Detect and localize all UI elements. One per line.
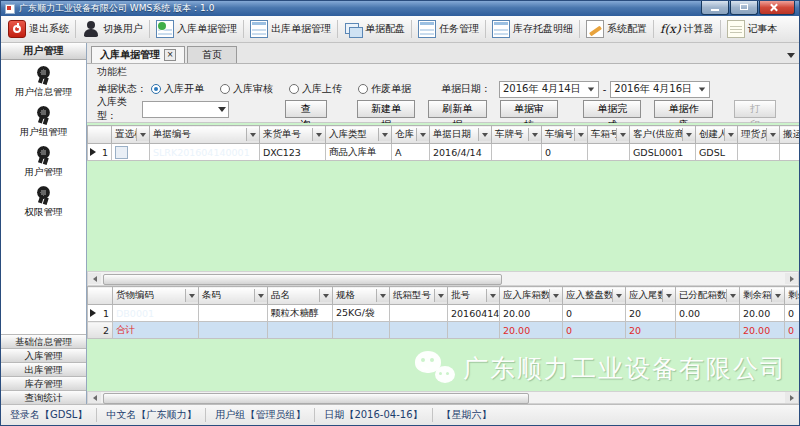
cell-full-pallets[interactable]: 0 [563,305,626,322]
sidebar-item-user-info[interactable]: 用户信息管理 [1,66,86,99]
cell-warehouse[interactable]: A [392,144,430,161]
cell-creator[interactable]: GDSL [696,144,738,161]
switch-user-button[interactable]: 切换用户 [77,17,148,41]
maximize-button[interactable] [730,1,758,15]
filter-dropdown-icon[interactable] [616,128,629,141]
filter-dropdown-icon[interactable] [528,128,541,141]
cell-tail-qty[interactable]: 20 [626,305,676,322]
doc-allocation-button[interactable]: 单据配盘 [339,17,410,41]
cell-arrival-no[interactable]: DXC123 [260,144,326,161]
exit-system-button[interactable]: 退出系统 [3,17,74,41]
sidebar-section-inbound[interactable]: 入库管理 [1,348,86,362]
cell-product-name[interactable]: 颗粒木糖醇 [268,305,333,322]
row-header[interactable]: 2 [88,322,113,339]
filter-dropdown-icon[interactable] [319,289,332,302]
col-checkbox[interactable]: 置选框 [112,126,150,144]
filter-dropdown-icon[interactable] [378,128,391,141]
calculator-button[interactable]: f(x) 计算器 [655,17,719,41]
filter-dropdown-icon[interactable] [724,128,737,141]
filter-dropdown-icon[interactable] [574,128,587,141]
col-doc-no[interactable]: 单据编号 [150,126,260,144]
cell-doc-no[interactable]: SLRK201604140001 [150,144,260,161]
filter-dropdown-icon[interactable] [612,289,625,302]
cell-checkbox[interactable] [112,144,150,161]
review-doc-button[interactable]: 单据审核 [500,100,558,118]
col-vehicle-no[interactable]: 车编号 [542,126,588,144]
close-button[interactable] [759,1,795,15]
sidebar-section-outbound[interactable]: 出库管理 [1,362,86,376]
sidebar-section-user-management[interactable]: 用户管理 [1,43,86,60]
cell-total-remain-boxes[interactable]: 20.00 [740,322,785,339]
filter-dropdown-icon[interactable] [486,289,499,302]
orders-grid-hscrollbar[interactable] [87,271,799,286]
cell-remain-boxes[interactable]: 20.00 [740,305,785,322]
cell-total-label[interactable]: 合计 [113,322,199,339]
sidebar-section-inventory[interactable]: 库存管理 [1,376,86,390]
complete-doc-button[interactable]: 单据完成 [583,100,641,118]
filter-dropdown-icon[interactable] [254,289,267,302]
print-button[interactable]: 打印 [734,100,776,118]
col-inbound-type[interactable]: 入库类型 [326,126,392,144]
filter-dropdown-icon[interactable] [312,128,325,141]
col-batch-no[interactable]: 批号 [448,287,500,305]
col-spec[interactable]: 规格 [333,287,390,305]
radio-inbound-review[interactable]: 入库审核 [220,82,273,96]
scroll-right-icon[interactable] [785,392,798,403]
cell-vehicle-no[interactable]: 0 [542,144,588,161]
scroll-right-icon[interactable] [785,273,798,284]
sidebar-item-permissions[interactable]: 权限管理 [1,186,86,219]
sidebar-item-user-admin[interactable]: 用户管理 [1,146,86,179]
scrollbar-thumb[interactable] [103,274,502,285]
filter-dropdown-icon[interactable] [726,289,739,302]
col-full-pallets[interactable]: 应入整盘数 [563,287,626,305]
filter-dropdown-icon[interactable] [246,128,259,141]
cell-customer[interactable]: GDSL0001 [630,144,696,161]
radio-voided-doc[interactable]: 作废单据 [358,82,411,96]
filter-dropdown-icon[interactable] [136,128,149,141]
cell-barcode[interactable] [199,305,268,322]
cell-spec[interactable]: 25KG/袋 [333,305,390,322]
scroll-left-icon[interactable] [88,392,101,403]
cell-doc-date[interactable]: 2016/4/14 [430,144,492,161]
col-allocated[interactable]: 已分配箱数 [676,287,740,305]
col-remain-pallets[interactable]: 剩余整盘数 [785,287,800,305]
radio-inbound-create[interactable]: 入库开单 [151,82,204,96]
col-barcode[interactable]: 条码 [199,287,268,305]
minimize-button[interactable] [701,1,729,15]
tab-home[interactable]: 首页 [187,46,237,63]
cell-container-no[interactable] [588,144,630,161]
cell-tallyman[interactable] [738,144,780,161]
filter-dropdown-icon[interactable] [682,128,695,141]
col-creator[interactable]: 创建人 [696,126,738,144]
col-carton-model[interactable]: 纸箱型号 [390,287,448,305]
col-warehouse[interactable]: 仓库 [392,126,430,144]
cell-carton-model[interactable] [390,305,448,322]
cell-boxes-in[interactable]: 20.00 [500,305,563,322]
cell-total-full-pallets[interactable]: 0 [563,322,626,339]
date-to-picker[interactable]: 2016年 4月16日 [610,81,710,98]
cell-total-remain-pallets[interactable]: 0 [785,322,800,339]
cell-total-tail-qty[interactable]: 20 [626,322,676,339]
filter-dropdown-icon[interactable] [766,128,779,141]
date-from-picker[interactable]: 2016年 4月14日 [499,81,599,98]
inbound-doc-management-button[interactable]: 入库单据管理 [151,17,242,41]
cell-allocated[interactable]: 0.00 [676,305,740,322]
inventory-pallet-detail-button[interactable]: 库存托盘明细 [487,17,578,41]
tab-inbound-doc-management[interactable]: 入库单据管理 × [91,46,185,63]
cell-goods-code[interactable]: DB0001 [113,305,199,322]
cell-total-boxes-in[interactable]: 20.00 [500,322,563,339]
col-plate-no[interactable]: 车牌号 [492,126,542,144]
cell-inbound-type[interactable]: 商品入库单 [326,144,392,161]
cell-porter[interactable] [780,144,800,161]
col-product-name[interactable]: 品名 [268,287,333,305]
filter-dropdown-icon[interactable] [434,289,447,302]
col-porter[interactable]: 搬运工 [780,126,800,144]
row-header[interactable]: 1 [88,144,112,161]
col-tallyman[interactable]: 理货员 [738,126,780,144]
scroll-left-icon[interactable] [88,273,101,284]
filter-dropdown-icon[interactable] [771,289,784,302]
col-remain-boxes[interactable]: 剩余箱数 [740,287,785,305]
cell-plate-no[interactable] [492,144,542,161]
col-customer[interactable]: 客户(供应商) [630,126,696,144]
filter-dropdown-icon[interactable] [478,128,491,141]
